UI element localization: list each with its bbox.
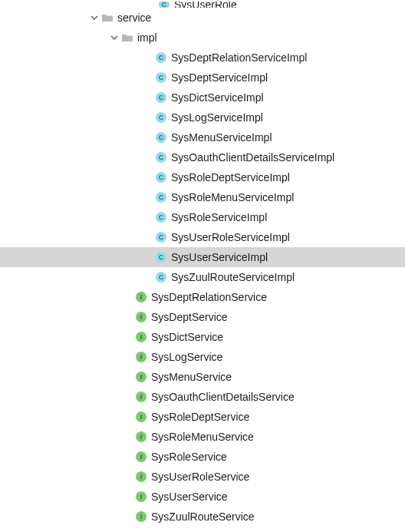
tree-item-label: SysMenuService <box>151 367 232 387</box>
svg-text:I: I <box>140 333 143 341</box>
svg-text:I: I <box>140 453 143 461</box>
svg-text:C: C <box>159 233 164 241</box>
tree-item-class[interactable]: CSysUserRoleServiceImpl <box>0 227 405 247</box>
chevron-down-icon[interactable] <box>89 14 100 21</box>
tree-item-class[interactable]: CSysUserServiceImpl <box>0 247 405 267</box>
tree-item-interface[interactable]: ISysZuulRouteService <box>0 507 405 527</box>
interface-icon: I <box>135 291 147 303</box>
tree-item-class[interactable]: CSysRoleDeptServiceImpl <box>0 167 405 187</box>
impl-children-container: CSysDeptRelationServiceImplCSysDeptServi… <box>0 48 405 287</box>
service-children-container: ISysDeptRelationServiceISysDeptServiceIS… <box>0 287 405 527</box>
tree-item-label: SysZuulRouteService <box>151 507 255 527</box>
svg-text:I: I <box>140 293 143 301</box>
svg-text:C: C <box>162 2 167 8</box>
svg-text:C: C <box>159 154 164 161</box>
svg-text:C: C <box>159 134 164 141</box>
interface-icon: I <box>135 451 147 463</box>
tree-item-label: SysUserService <box>151 487 228 507</box>
tree-folder-service[interactable]: service <box>0 8 405 28</box>
class-icon: C <box>155 151 167 164</box>
interface-icon: I <box>135 331 147 343</box>
tree-item-interface[interactable]: ISysOauthClientDetailsService <box>0 387 405 407</box>
tree-item-label: SysUserRole <box>174 2 237 8</box>
tree-item-label: SysDictService <box>151 327 223 347</box>
tree-item-label: SysUserServiceImpl <box>171 247 268 267</box>
tree-item-class[interactable]: CSysOauthClientDetailsServiceImpl <box>0 147 405 167</box>
tree-item-interface[interactable]: ISysDictService <box>0 327 405 347</box>
tree-item-label: SysRoleDeptService <box>151 407 249 427</box>
tree-item-label: SysUserRoleService <box>151 467 249 487</box>
tree-row-partial-top[interactable]: C SysUserRole <box>0 2 405 8</box>
tree-folder-impl[interactable]: impl <box>0 28 405 48</box>
tree-item-interface[interactable]: ISysRoleMenuService <box>0 427 405 447</box>
svg-text:C: C <box>159 213 164 221</box>
svg-text:I: I <box>140 313 143 321</box>
interface-icon: I <box>135 311 147 323</box>
tree-item-label: SysDeptService <box>151 307 228 327</box>
tree-item-label: SysRoleServiceImpl <box>171 207 267 227</box>
tree-item-label: SysRoleMenuService <box>151 427 254 447</box>
svg-text:C: C <box>159 273 164 281</box>
interface-icon: I <box>135 491 147 503</box>
interface-icon: I <box>135 351 147 363</box>
folder-icon <box>101 12 114 24</box>
svg-text:I: I <box>140 473 143 481</box>
tree-item-label: SysLogServiceImpl <box>171 107 263 127</box>
interface-icon: I <box>135 511 147 523</box>
tree-item-label: SysZuulRouteServiceImpl <box>171 267 295 287</box>
tree-item-class[interactable]: CSysRoleMenuServiceImpl <box>0 187 405 207</box>
class-icon: C <box>155 51 167 64</box>
svg-text:I: I <box>140 413 143 421</box>
class-icon: C <box>155 131 167 144</box>
tree-item-label: SysLogService <box>151 347 222 367</box>
tree-item-interface[interactable]: ISysRoleDeptService <box>0 407 405 427</box>
tree-item-label: impl <box>137 28 157 48</box>
tree-item-label: SysRoleDeptServiceImpl <box>171 167 290 187</box>
project-tree: C SysUserRole service impl CSysDeptRelat… <box>0 0 405 527</box>
tree-item-label: SysOauthClientDetailsServiceImpl <box>171 147 334 167</box>
class-icon: C <box>155 271 167 283</box>
svg-text:C: C <box>159 74 164 81</box>
tree-item-label: SysDeptRelationService <box>151 287 267 307</box>
folder-icon <box>121 31 133 44</box>
tree-item-label: SysDeptRelationServiceImpl <box>171 48 307 68</box>
interface-icon: I <box>135 431 147 443</box>
svg-text:C: C <box>159 114 164 121</box>
tree-item-class[interactable]: CSysMenuServiceImpl <box>0 127 405 147</box>
interface-icon: I <box>135 391 147 403</box>
svg-text:I: I <box>140 353 143 361</box>
tree-item-class[interactable]: CSysLogServiceImpl <box>0 107 405 127</box>
svg-text:I: I <box>140 433 143 441</box>
tree-item-class[interactable]: CSysDeptRelationServiceImpl <box>0 48 405 68</box>
class-icon: C <box>155 211 167 223</box>
svg-text:C: C <box>159 193 164 201</box>
tree-item-class[interactable]: CSysDictServiceImpl <box>0 88 405 107</box>
class-icon: C <box>155 251 167 263</box>
tree-item-class[interactable]: CSysDeptServiceImpl <box>0 68 405 88</box>
svg-text:C: C <box>159 94 164 101</box>
interface-icon: I <box>135 471 147 483</box>
tree-item-class[interactable]: CSysRoleServiceImpl <box>0 207 405 227</box>
tree-item-interface[interactable]: ISysRoleService <box>0 447 405 467</box>
tree-item-label: SysDictServiceImpl <box>171 88 264 107</box>
tree-item-label: SysOauthClientDetailsService <box>151 387 295 407</box>
tree-item-interface[interactable]: ISysLogService <box>0 347 405 367</box>
tree-item-interface[interactable]: ISysUserService <box>0 487 405 507</box>
chevron-down-icon[interactable] <box>109 34 120 41</box>
tree-item-interface[interactable]: ISysUserRoleService <box>0 467 405 487</box>
svg-text:C: C <box>159 173 164 181</box>
class-icon: C <box>155 231 167 243</box>
tree-item-label: SysMenuServiceImpl <box>171 127 272 147</box>
tree-item-label: SysRoleService <box>151 447 227 467</box>
svg-text:C: C <box>159 253 164 261</box>
svg-text:C: C <box>159 54 164 61</box>
svg-text:I: I <box>140 513 143 520</box>
svg-text:I: I <box>140 393 143 401</box>
class-icon: C <box>158 2 170 8</box>
tree-item-label: SysUserRoleServiceImpl <box>171 227 290 247</box>
tree-item-class[interactable]: CSysZuulRouteServiceImpl <box>0 267 405 287</box>
tree-item-interface[interactable]: ISysDeptService <box>0 307 405 327</box>
tree-item-interface[interactable]: ISysDeptRelationService <box>0 287 405 307</box>
tree-item-interface[interactable]: ISysMenuService <box>0 367 405 387</box>
class-icon: C <box>155 191 167 203</box>
